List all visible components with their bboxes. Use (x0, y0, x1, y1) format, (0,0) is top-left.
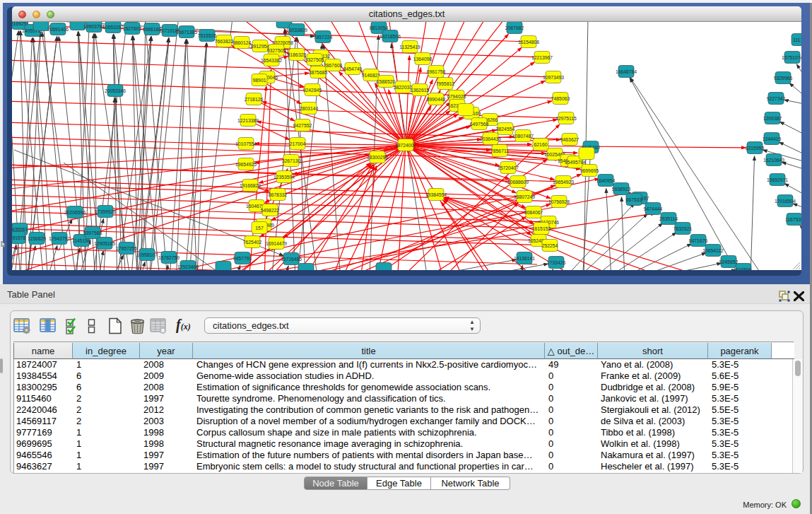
svg-text:10688609: 10688609 (507, 180, 529, 185)
svg-text:7857224: 7857224 (314, 35, 333, 40)
svg-text:15751074: 15751074 (782, 55, 801, 60)
svg-text:17359926: 17359926 (95, 209, 116, 214)
svg-text:12213389: 12213389 (237, 118, 259, 123)
svg-text:5938923: 5938923 (612, 187, 631, 192)
svg-text:7515526: 7515526 (198, 33, 217, 38)
svg-text:217004: 217004 (290, 141, 306, 146)
svg-text:1362615: 1362615 (411, 88, 430, 93)
svg-text:9327505: 9327505 (305, 57, 324, 62)
svg-text:10958107: 10958107 (136, 252, 158, 257)
svg-text:19218506: 19218506 (379, 34, 401, 39)
svg-text:2718126: 2718126 (245, 97, 264, 102)
svg-text:17016504: 17016504 (775, 199, 796, 204)
svg-text:12353594: 12353594 (273, 175, 295, 180)
svg-text:18300295: 18300295 (367, 155, 388, 160)
svg-text:10756928: 10756928 (548, 199, 570, 204)
svg-text:3824554: 3824554 (496, 127, 515, 132)
svg-text:157: 157 (255, 226, 264, 230)
svg-text:8186328: 8186328 (288, 52, 307, 57)
svg-text:8990448: 8990448 (427, 97, 446, 102)
svg-text:19384554: 19384554 (425, 192, 447, 197)
svg-text:15692971: 15692971 (767, 177, 788, 182)
svg-text:7955812: 7955812 (436, 81, 455, 86)
svg-text:8427552: 8427552 (293, 123, 312, 128)
svg-text:18724007: 18724007 (395, 143, 416, 148)
svg-text:9245652: 9245652 (719, 259, 739, 264)
svg-text:10107554: 10107554 (235, 141, 257, 146)
svg-text:9084067: 9084067 (524, 210, 543, 215)
svg-text:1615152: 1615152 (532, 226, 551, 231)
svg-text:14136141: 14136141 (514, 256, 535, 261)
svg-text:17957255: 17957255 (116, 246, 137, 251)
svg-text:20206596: 20206596 (64, 210, 86, 215)
svg-text:10807487: 10807487 (512, 134, 534, 139)
svg-text:9457791: 9457791 (233, 256, 252, 261)
svg-text:16154808: 16154808 (518, 40, 539, 45)
svg-text:12942757: 12942757 (49, 236, 70, 241)
svg-text:10654112: 10654112 (702, 248, 724, 253)
svg-text:2803144: 2803144 (300, 106, 319, 111)
svg-text:1244415: 1244415 (763, 136, 782, 141)
svg-text:8215955: 8215955 (746, 146, 765, 151)
svg-text:924506: 924506 (736, 267, 752, 271)
svg-text:435061: 435061 (12, 227, 28, 232)
svg-text:62160: 62160 (534, 142, 548, 147)
svg-text:9227342: 9227342 (767, 96, 786, 101)
svg-text:1209387: 1209387 (763, 116, 782, 121)
svg-text:12975115: 12975115 (555, 116, 577, 121)
svg-text:1640954: 1640954 (596, 178, 616, 183)
svg-text:10653267: 10653267 (102, 25, 124, 30)
svg-text:12213967: 12213967 (531, 55, 553, 60)
svg-text:6497568: 6497568 (470, 122, 489, 127)
svg-text:5498222: 5498222 (261, 208, 280, 213)
svg-text:9242845: 9242845 (303, 88, 322, 93)
svg-text:9860124: 9860124 (233, 40, 252, 45)
svg-text:1733426: 1733426 (547, 260, 566, 265)
svg-text:19166829: 19166829 (240, 183, 261, 188)
svg-text:16914479: 16914479 (266, 241, 287, 246)
svg-text:1588520: 1588520 (377, 79, 396, 84)
svg-text:1156829: 1156829 (28, 236, 46, 241)
svg-text:16648784: 16648784 (616, 69, 637, 74)
svg-text:12905185: 12905185 (94, 241, 115, 246)
svg-text:16782759: 16782759 (158, 255, 180, 260)
svg-text:252254: 252254 (542, 243, 558, 248)
svg-text:16033809: 16033809 (286, 28, 307, 33)
svg-text:6961758: 6961758 (427, 69, 446, 74)
svg-text:1527602: 1527602 (123, 26, 142, 31)
svg-text:9397588: 9397588 (83, 230, 102, 235)
svg-text:9327505: 9327505 (267, 48, 286, 53)
svg-text:15716485: 15716485 (281, 257, 302, 262)
svg-text:16671385: 16671385 (176, 30, 197, 35)
svg-text:16543382: 16543382 (261, 58, 282, 63)
svg-text:8454749: 8454749 (343, 66, 363, 71)
svg-text:3875685: 3875685 (309, 70, 328, 75)
svg-text:3267130: 3267130 (282, 158, 301, 163)
svg-text:7485063: 7485063 (551, 96, 570, 101)
svg-text:19654923: 19654923 (553, 180, 574, 185)
svg-text:391578: 391578 (12, 235, 26, 240)
svg-text:15720407: 15720407 (498, 165, 519, 170)
svg-text:19654925: 19654925 (235, 162, 257, 167)
svg-text:20691406: 20691406 (47, 27, 69, 32)
svg-text:9463627: 9463627 (560, 137, 579, 142)
svg-text:2935114: 2935114 (659, 216, 678, 221)
svg-text:7625402: 7625402 (243, 240, 262, 245)
svg-text:98901: 98901 (253, 78, 266, 83)
svg-text:16210643: 16210643 (763, 158, 784, 163)
svg-text:19903784: 19903784 (83, 24, 105, 29)
svg-text:7856711: 7856711 (490, 148, 509, 153)
svg-text:11171: 11171 (793, 37, 801, 42)
svg-text:6794028: 6794028 (447, 94, 466, 99)
svg-text:20364436: 20364436 (480, 136, 501, 141)
svg-text:9146821: 9146821 (362, 73, 381, 78)
svg-text:9474444: 9474444 (644, 206, 663, 211)
svg-text:9699695: 9699695 (580, 168, 599, 173)
svg-text:8813054: 8813054 (370, 25, 389, 30)
svg-text:20053346: 20053346 (105, 88, 126, 93)
svg-text:8678332: 8678332 (269, 192, 288, 197)
svg-text:5822037: 5822037 (394, 85, 413, 90)
svg-text:8471676: 8471676 (689, 238, 708, 243)
svg-text:7632621: 7632621 (673, 226, 693, 231)
svg-text:1364098: 1364098 (413, 57, 433, 62)
